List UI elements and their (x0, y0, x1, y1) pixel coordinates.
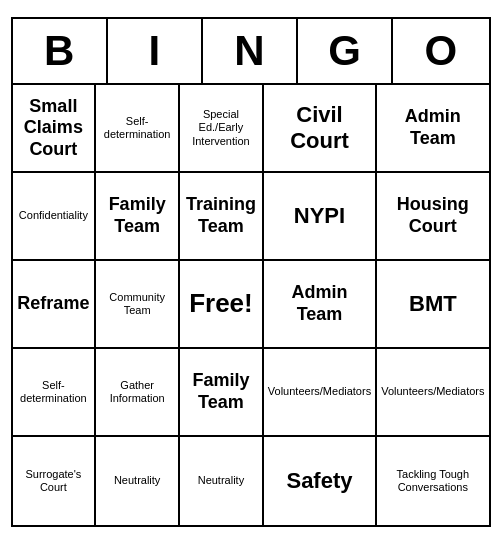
cell-text: Volunteers/Mediators (381, 385, 484, 398)
bingo-cell: Self-determination (13, 349, 97, 437)
cell-text: Civil Court (268, 102, 371, 155)
cell-text: Neutrality (114, 474, 160, 487)
cell-text: Gather Information (100, 379, 174, 405)
bingo-cell: Gather Information (96, 349, 180, 437)
bingo-header: BINGO (13, 19, 489, 85)
cell-text: Admin Team (268, 282, 371, 325)
bingo-cell: Surrogate's Court (13, 437, 97, 525)
cell-text: Self-determination (17, 379, 91, 405)
bingo-cell: Family Team (180, 349, 264, 437)
header-letter: I (108, 19, 203, 83)
bingo-cell: Admin Team (264, 261, 377, 349)
cell-text: NYPI (294, 203, 345, 229)
cell-text: Admin Team (381, 106, 484, 149)
cell-text: Tackling Tough Conversations (381, 468, 484, 494)
bingo-cell: Special Ed./Early Intervention (180, 85, 264, 173)
bingo-cell: BMT (377, 261, 488, 349)
bingo-cell: Family Team (96, 173, 180, 261)
cell-text: Safety (286, 468, 352, 494)
cell-text: Free! (189, 288, 253, 319)
bingo-card: BINGO Small Claims CourtSelf-determinati… (11, 17, 491, 527)
cell-text: Family Team (184, 370, 258, 413)
bingo-cell: Free! (180, 261, 264, 349)
cell-text: Housing Court (381, 194, 484, 237)
bingo-cell: Reframe (13, 261, 97, 349)
cell-text: Neutrality (198, 474, 244, 487)
bingo-cell: Volunteers/Mediators (377, 349, 488, 437)
cell-text: Small Claims Court (17, 96, 91, 161)
bingo-cell: Admin Team (377, 85, 488, 173)
bingo-cell: Small Claims Court (13, 85, 97, 173)
bingo-cell: Tackling Tough Conversations (377, 437, 488, 525)
bingo-cell: Self-determination (96, 85, 180, 173)
cell-text: Surrogate's Court (17, 468, 91, 494)
bingo-cell: Civil Court (264, 85, 377, 173)
cell-text: BMT (409, 291, 457, 317)
cell-text: Special Ed./Early Intervention (184, 108, 258, 148)
cell-text: Training Team (184, 194, 258, 237)
bingo-grid: Small Claims CourtSelf-determinationSpec… (13, 85, 489, 525)
bingo-cell: Neutrality (180, 437, 264, 525)
header-letter: N (203, 19, 298, 83)
cell-text: Family Team (100, 194, 174, 237)
cell-text: Reframe (17, 293, 89, 315)
bingo-cell: Safety (264, 437, 377, 525)
cell-text: Self-determination (100, 115, 174, 141)
header-letter: B (13, 19, 108, 83)
cell-text: Community Team (100, 291, 174, 317)
bingo-cell: Community Team (96, 261, 180, 349)
header-letter: G (298, 19, 393, 83)
cell-text: Confidentiality (19, 209, 88, 222)
cell-text: Volunteers/Mediators (268, 385, 371, 398)
bingo-cell: Volunteers/Mediators (264, 349, 377, 437)
bingo-cell: Housing Court (377, 173, 488, 261)
bingo-cell: Neutrality (96, 437, 180, 525)
header-letter: O (393, 19, 488, 83)
bingo-cell: Confidentiality (13, 173, 97, 261)
bingo-cell: NYPI (264, 173, 377, 261)
bingo-cell: Training Team (180, 173, 264, 261)
